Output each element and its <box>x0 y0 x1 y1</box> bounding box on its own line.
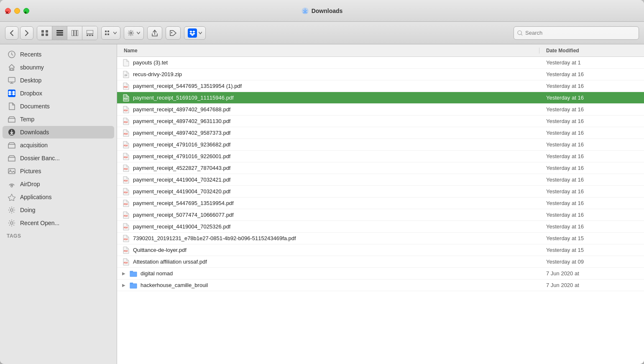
dropbox-sidebar-icon <box>8 89 16 97</box>
svg-rect-16 <box>87 35 88 36</box>
recents-icon <box>8 50 16 59</box>
file-row[interactable]: payouts (3).tet Yesterday at 1 <box>117 57 644 69</box>
file-icon: PDF <box>122 129 130 137</box>
file-row[interactable]: ▶ digital nomad 7 Jun 2020 at <box>117 268 644 279</box>
svg-rect-29 <box>11 68 13 70</box>
file-cell-name: PDF payment_receipt_4522827_7870443.pdf <box>117 164 539 172</box>
file-icon: PDF <box>122 211 130 219</box>
sidebar-item-documents[interactable]: Documents <box>3 100 114 113</box>
file-icon: PDF <box>122 164 130 172</box>
file-row[interactable]: ZIP recus-drivy-2019.zip Yesterday at 16 <box>117 69 644 80</box>
file-row[interactable]: PDF payment_receipt_5447695_13519954.pdf… <box>117 197 644 209</box>
file-cell-name: PDF payment_receipt_4897402_9631130.pdf <box>117 118 539 125</box>
dropbox-sidebar-label: Dropbox <box>20 90 42 97</box>
home-icon <box>8 63 16 72</box>
file-row[interactable]: PDF payment_receipt_4419004_7032421.pdf … <box>117 174 644 186</box>
tags-section: Tags <box>0 230 117 242</box>
file-name: payment_receipt_5447695_13519954 (1).pdf <box>133 83 242 89</box>
column-date[interactable]: Date Modified <box>539 48 644 54</box>
minimize-button[interactable] <box>14 8 20 14</box>
svg-text:PDF: PDF <box>124 203 128 205</box>
action-dropdown[interactable] <box>124 26 144 40</box>
sidebar-item-dropbox[interactable]: Dropbox <box>3 87 114 100</box>
svg-text:PDF: PDF <box>124 86 128 88</box>
sidebar-item-acquisition[interactable]: acquisition <box>3 139 114 151</box>
file-cell-name: PDF payment_receipt_4897402_9587373.pdf <box>117 129 539 137</box>
file-date: Yesterday at 15 <box>539 235 644 241</box>
forward-button[interactable] <box>20 26 33 40</box>
file-name: payment_receipt_4419004_7032421.pdf <box>133 177 230 183</box>
file-cell-name: PDF payment_receipt_5447695_13519954 (1)… <box>117 82 539 90</box>
icon-view-button[interactable] <box>37 26 52 40</box>
svg-text:PDF: PDF <box>124 215 128 217</box>
sidebar-item-dossier-banc[interactable]: Dossier Banc... <box>3 152 114 164</box>
file-row[interactable]: ▶ hackerhouse_camille_brouil 7 Jun 2020 … <box>117 279 644 291</box>
file-row[interactable]: PDF payment_receipt_4419004_7032420.pdf … <box>117 186 644 197</box>
svg-rect-19 <box>105 31 107 32</box>
search-input[interactable] <box>525 30 635 36</box>
sidebar-item-airdrop[interactable]: AirDrop <box>3 178 114 190</box>
sidebar-item-pictures[interactable]: Pictures <box>3 165 114 177</box>
folder-chevron: ▶ <box>122 271 125 276</box>
dossier-banc-label: Dossier Banc... <box>20 155 60 161</box>
sbounmy-label: sbounmy <box>20 64 44 71</box>
toolbar <box>0 22 644 44</box>
file-icon: PDF <box>122 141 130 149</box>
file-cell-name: PDF payment_receipt_5169109_11115946.pdf <box>117 94 539 102</box>
svg-point-23 <box>130 32 132 34</box>
file-row[interactable]: PDF payment_receipt_4522827_7870443.pdf … <box>117 162 644 174</box>
svg-rect-36 <box>8 169 15 174</box>
recents-label: Recents <box>20 51 41 58</box>
file-date: Yesterday at 09 <box>539 259 644 265</box>
tag-button[interactable] <box>166 26 181 40</box>
file-row[interactable]: PDF payment_receipt_4791016_9226001.pdf … <box>117 151 644 162</box>
back-button[interactable] <box>5 26 18 40</box>
sidebar-item-applications[interactable]: Applications <box>3 191 114 203</box>
dropbox-icon <box>188 28 197 38</box>
file-row[interactable]: PDF payment_receipt_5077474_10666077.pdf… <box>117 209 644 221</box>
file-row[interactable]: PDF payment_receipt_5447695_13519954 (1)… <box>117 80 644 92</box>
documents-label: Documents <box>20 103 50 110</box>
sidebar-item-recents[interactable]: Recents <box>3 48 114 61</box>
maximize-button[interactable] <box>23 8 29 14</box>
file-row[interactable]: PDF payment_receipt_4897402_9647688.pdf … <box>117 104 644 115</box>
file-row[interactable]: PDF payment_receipt_4897402_9587373.pdf … <box>117 127 644 139</box>
sidebar-item-doing[interactable]: Doing <box>3 204 114 216</box>
group-dropdown[interactable] <box>101 26 120 40</box>
desktop-label: Desktop <box>20 77 41 84</box>
file-icon: PDF <box>122 246 130 254</box>
file-cell-name: PDF payment_receipt_4897402_9647688.pdf <box>117 106 539 113</box>
column-view-button[interactable] <box>67 26 82 40</box>
gallery-view-button[interactable] <box>82 26 97 40</box>
svg-rect-5 <box>41 30 44 33</box>
file-name: payment_receipt_4897402_9587373.pdf <box>133 130 230 136</box>
airdrop-label: AirDrop <box>20 181 40 187</box>
file-row[interactable]: PDF 7390201_20191231_e78b1e27-0851-4b92-… <box>117 233 644 244</box>
dropbox-button[interactable] <box>184 26 206 40</box>
svg-rect-7 <box>41 33 44 36</box>
sidebar-item-sbounmy[interactable]: sbounmy <box>3 61 114 74</box>
list-view-button[interactable] <box>52 26 67 40</box>
share-button[interactable] <box>147 26 162 40</box>
file-cell-name: PDF payment_receipt_5447695_13519954.pdf <box>117 200 539 207</box>
file-date: Yesterday at 16 <box>539 106 644 113</box>
close-button[interactable] <box>5 8 11 14</box>
file-cell-name: PDF payment_receipt_4419004_7032421.pdf <box>117 176 539 184</box>
file-row[interactable]: PDF payment_receipt_4791016_9236682.pdf … <box>117 139 644 151</box>
column-name[interactable]: Name <box>117 48 539 54</box>
sidebar-item-recent-open[interactable]: Recent Open... <box>3 217 114 229</box>
file-name: payment_receipt_4419004_7032420.pdf <box>133 188 230 195</box>
file-row[interactable]: PDF Quittance-de-loyer.pdf Yesterday at … <box>117 244 644 256</box>
file-row[interactable]: PDF Attestation affiliation urssaf.pdf Y… <box>117 256 644 268</box>
sidebar-item-desktop[interactable]: Desktop <box>3 74 114 87</box>
file-row[interactable]: PDF payment_receipt_4897402_9631130.pdf … <box>117 115 644 127</box>
svg-point-26 <box>518 31 521 34</box>
file-row[interactable]: PDF payment_receipt_5169109_11115946.pdf… <box>117 92 644 104</box>
sidebar-item-downloads[interactable]: Downloads <box>3 126 114 138</box>
pictures-icon <box>8 167 16 175</box>
search-bar[interactable] <box>514 26 639 40</box>
sidebar-item-temp[interactable]: Temp <box>3 113 114 126</box>
file-row[interactable]: PDF payment_receipt_4419004_7025326.pdf … <box>117 221 644 233</box>
file-icon: PDF <box>122 118 130 125</box>
file-name: digital nomad <box>141 270 173 277</box>
